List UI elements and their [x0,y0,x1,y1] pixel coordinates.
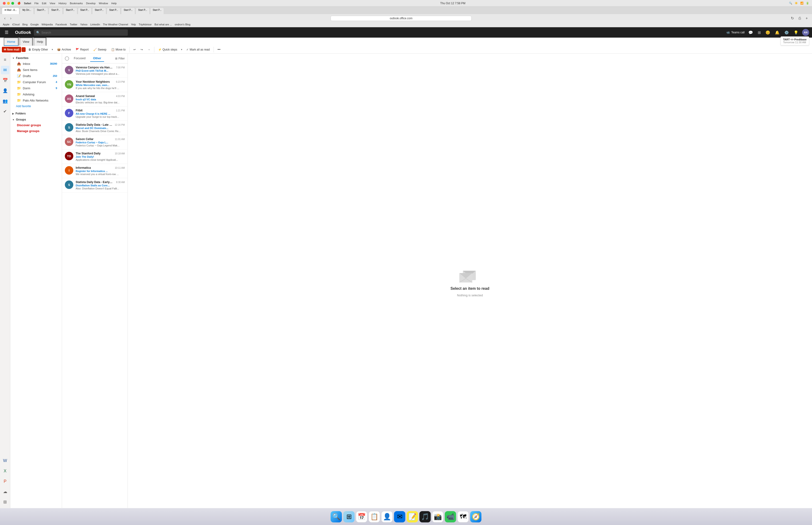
redo-button[interactable]: ↪ [139,47,145,52]
email-item[interactable]: YN Your Nextdoor Neighbors 6:23 PM White… [62,78,127,92]
rail-apps-icon[interactable]: ⊞ [1,498,10,506]
browser-tab-6[interactable]: Start P... [92,7,106,14]
rail-groups-icon[interactable]: 👥 [1,97,10,105]
browser-tab-7[interactable]: Start P... [107,7,121,14]
forward-msg-button[interactable]: → [146,47,152,52]
quick-steps-button[interactable]: ⚡ Quick steps [156,47,179,52]
email-item[interactable]: I Informatica 10:11 AM Register for Info… [62,164,127,178]
bookmark-facebook[interactable]: Facebook [56,23,67,26]
bookmark-twitter[interactable]: Twitter [70,23,77,26]
email-item[interactable]: S Statista Daily Data - Early Edition 8:… [62,178,127,193]
url-bar[interactable]: outlook.office.com [331,16,472,21]
email-item[interactable]: F Fitbit 1:21 PM All-new Charge 6 is HER… [62,106,127,121]
dock-contacts[interactable]: 👤 [381,511,393,522]
notifications-icon-button[interactable]: 🔔 [774,29,781,36]
sidebar-item-inbox[interactable]: 📥 Inbox 38290 [11,61,61,67]
dock-reminders[interactable]: 📋 [369,511,380,522]
bookmark-google[interactable]: Google [30,23,39,26]
share-button[interactable]: ⎙ [797,16,802,21]
bookmark-weather[interactable]: The Weather Channel [103,23,128,26]
empty-other-dropdown[interactable]: ▼ [50,47,54,52]
tab-view[interactable]: View [19,38,33,46]
dock-finder[interactable]: 🔍 [331,511,342,522]
browser-tab-1[interactable]: My Dri... [20,7,34,14]
mark-all-read-button[interactable]: ✓ Mark all as read [184,47,212,52]
new-mail-dropdown[interactable]: ▼ [21,47,26,52]
quick-steps-dropdown[interactable]: ▼ [180,47,184,52]
bookmark-bing[interactable]: Bing [22,23,28,26]
menu-history[interactable]: History [59,2,66,5]
sidebar-item-dorm[interactable]: 📁 Dorm 9 [11,85,61,91]
fullscreen-window-button[interactable] [11,2,14,5]
dock-maps[interactable]: 🗺 [458,511,469,522]
bookmark-icloud[interactable]: iCloud [12,23,19,26]
add-favorite-link[interactable]: Add favorite [10,103,62,109]
email-item[interactable]: V Vanessa Campos via Handshake 7:00 PM P… [62,63,127,78]
new-tab-button[interactable]: + [804,16,809,21]
tab-help[interactable]: Help [34,38,47,46]
search-bar[interactable]: 🔍 [34,29,128,36]
reactions-icon-button[interactable]: 😊 [765,29,771,36]
wifi-icon[interactable]: 📶 [800,2,803,5]
control-center-icon[interactable]: ☀️ [795,2,798,5]
dock-calendar[interactable]: 📅 [356,511,367,522]
menu-file[interactable]: File [34,2,39,5]
email-item[interactable]: TD The Stanford Daily 10:18 AM Join The … [62,149,127,164]
dock-photos[interactable]: 📸 [432,511,443,522]
browser-tab-10[interactable]: Start P... [150,7,164,14]
more-options-button[interactable]: ••• [216,47,223,52]
teams-call-button[interactable]: 📹 Teams call [726,31,745,34]
rail-menu-icon[interactable]: ≡ [1,56,10,64]
dock-music[interactable]: 🎵 [419,511,431,522]
menu-help[interactable]: Help [111,2,117,5]
email-item[interactable]: AS Anand Sanwal 4:03 PM fresh q3 VC data… [62,92,127,106]
sidebar-item-drafts[interactable]: 📝 Drafts 250 [11,73,61,79]
browser-tab-active[interactable]: ✉ Mail - A... [2,7,19,14]
browser-tab-5[interactable]: Start P... [78,7,92,14]
menu-edit[interactable]: Edit [42,2,46,5]
sidebar-item-computer-forum[interactable]: 📁 Computer Forum 4 [11,79,61,85]
dock-safari[interactable]: 🧭 [470,511,481,522]
dock-launchpad[interactable]: ⊞ [343,511,354,522]
browser-tab-3[interactable]: Start P... [49,7,63,14]
other-tab[interactable]: Other [90,55,104,62]
move-to-button[interactable]: 📋 Move to [109,47,127,52]
dock-mail[interactable]: ✉ [394,511,405,522]
folders-section-header[interactable]: ▶ Folders [10,111,62,116]
rail-mail-icon[interactable]: ✉ [1,66,10,74]
favorites-section-header[interactable]: ▼ Favorites [10,56,62,61]
tab-home[interactable]: Home [4,38,18,46]
report-button[interactable]: 🚩 Report [74,47,90,52]
bookmark-butwhat[interactable]: But what are ... [155,23,172,26]
browser-tab-8[interactable]: Start P... [121,7,135,14]
browser-tab-2[interactable]: Start P... [34,7,48,14]
bookmark-apple[interactable]: Apple [3,23,10,26]
sidebar-item-discover-groups[interactable]: Discover groups [11,122,61,128]
back-button[interactable]: ‹ [3,16,7,21]
empty-other-button[interactable]: 🗑 Empty Other [27,47,50,52]
bookmark-ondron[interactable]: ondron's Blog [174,23,190,26]
groups-section-header[interactable]: ▼ Groups [10,117,62,122]
rail-tasks-icon[interactable]: ✔ [1,107,10,116]
sidebar-item-palo-alto[interactable]: 📁 Palo Alto Networks [11,97,61,103]
rail-contacts-icon[interactable]: 👤 [1,87,10,95]
search-input[interactable] [41,31,112,34]
email-item[interactable]: SC Saison Cellar 11:01 AM Federico Curta… [62,135,127,149]
close-window-button[interactable] [3,2,6,5]
hamburger-menu[interactable]: ☰ [3,29,10,36]
bookmark-linkedin[interactable]: LinkedIn [90,23,100,26]
email-item[interactable]: S Statista Daily Data - Late Edition 12:… [62,121,127,135]
menu-window[interactable]: Window [99,2,108,5]
user-avatar[interactable]: AN [802,29,809,36]
rail-calendar-icon[interactable]: 📅 [1,76,10,85]
settings-icon-button[interactable]: ⚙️ [783,29,790,36]
focused-tab[interactable]: Focused [71,55,88,62]
new-mail-button[interactable]: ✉ New mail [2,47,21,52]
undo-button[interactable]: ↩ [132,47,138,52]
help-icon-button[interactable]: 💡 [793,29,799,36]
apps-icon-button[interactable]: ⊞ [757,29,762,36]
select-all-circle[interactable] [65,56,69,61]
sidebar-item-advising[interactable]: 📁 Advising [11,91,61,97]
browser-tab-9[interactable]: Start P... [136,7,150,14]
apple-menu[interactable]: 🍎 [17,2,21,5]
